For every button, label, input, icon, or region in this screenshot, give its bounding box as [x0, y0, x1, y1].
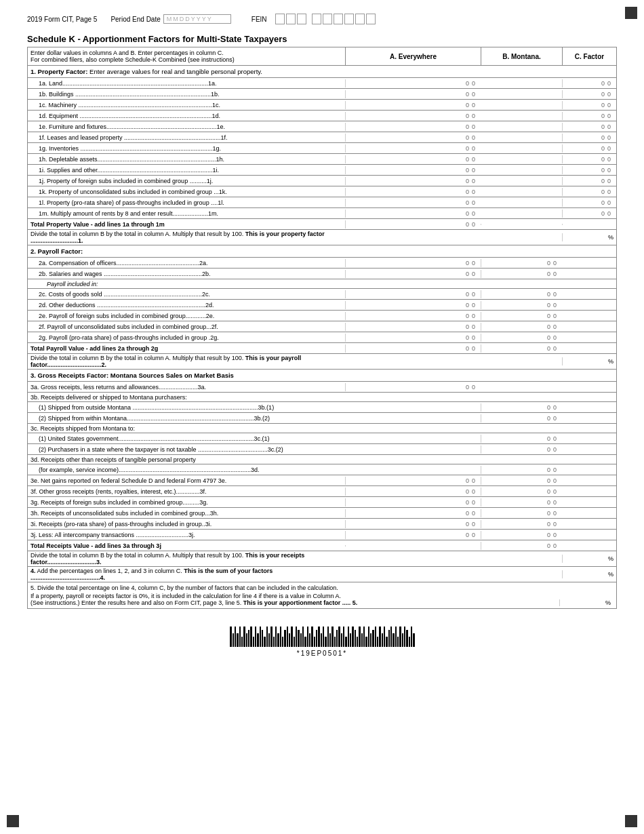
row-3b1: (1) Shipped from outside Montana .......…	[27, 402, 617, 413]
row-label: 1k. Property of unconsolidated subs incl…	[28, 188, 345, 196]
barcode-bar	[284, 630, 286, 647]
corner-mark-bottom-left	[7, 815, 19, 827]
section2-factor-note: Divide the total in column B by the tota…	[28, 354, 345, 369]
section4-text: 4. Add the percentages on lines 1, 2, an…	[28, 567, 345, 582]
row-c: 00	[562, 79, 616, 87]
section1-data-row: 1d. Equipment ..........................…	[27, 111, 617, 121]
row-3a-label: 3a. Gross receipts, less returns and all…	[28, 383, 345, 391]
row-3b-header-label: 3b. Receipts delivered or shipped to Mon…	[28, 393, 345, 401]
section1-total-b	[481, 224, 562, 225]
section1-data-row: 1k. Property of unconsolidated subs incl…	[27, 186, 617, 197]
section5-text3: (See instructions.) Enter the results he…	[31, 599, 559, 606]
barcode-bar	[316, 630, 317, 647]
barcode-bar	[384, 627, 385, 647]
barcode-bar	[323, 627, 324, 647]
fein-cell[interactable]	[286, 14, 296, 24]
barcode-bar	[370, 633, 371, 647]
row-label: 1m. Multiply amount of rents by 8 and en…	[28, 210, 345, 218]
barcode-bar	[296, 627, 297, 647]
col-instructions: Enter dollar values in columns A and B. …	[28, 47, 345, 65]
barcode-bar	[246, 633, 247, 647]
row-a: 00	[345, 290, 481, 298]
row-3a: 3a. Gross receipts, less returns and all…	[27, 382, 617, 393]
barcode-bar	[402, 633, 403, 647]
row-3b1-b: 00	[481, 403, 562, 412]
fein-cell[interactable]	[334, 14, 343, 24]
section3-total-label: Total Receipts Value - add lines 3a thro…	[28, 542, 345, 550]
row-label: 1d. Equipment ..........................…	[28, 112, 345, 120]
section1-data-row: 1e. Furniture and fixtures..............…	[27, 121, 617, 132]
row-b: 00	[481, 259, 562, 267]
barcode-bar	[300, 633, 302, 647]
fein-cell[interactable]	[297, 14, 306, 24]
row-a: 00	[345, 79, 481, 87]
barcode-bar	[368, 627, 369, 647]
barcode-bar	[399, 627, 401, 647]
section2-total-label: Total Payroll Value - add lines 2a throu…	[28, 344, 345, 353]
row-3b-header: 3b. Receipts delivered or shipped to Mon…	[27, 393, 617, 402]
row-label: 1e. Furniture and fixtures..............…	[28, 123, 345, 131]
section1-total-row: Total Property Value - add lines 1a thro…	[27, 219, 617, 230]
row-c: 00	[562, 101, 616, 109]
barcode-bar	[343, 627, 344, 647]
barcode-bar	[257, 633, 259, 647]
barcode-bar	[268, 633, 270, 647]
fein-cell[interactable]	[366, 14, 376, 24]
barcode-bar	[307, 627, 308, 647]
barcode-bar	[289, 633, 290, 647]
barcode-bar	[302, 627, 304, 647]
section1-data-row: 1g. Inventories ........................…	[27, 143, 617, 154]
period-label: Period End Date	[110, 16, 160, 23]
row-b: 00	[481, 488, 562, 496]
row-3c2-label: (2) Purchasers in a state where the taxp…	[28, 445, 345, 454]
barcode-bar	[393, 633, 395, 647]
barcode-bar	[361, 633, 363, 647]
col-a-header: A. Everywhere	[345, 47, 481, 65]
row-label: 2g. Payroll (pro-rata share) of pass-thr…	[28, 334, 345, 342]
fein-label: FEIN	[251, 16, 267, 23]
row-a: 00	[345, 520, 481, 528]
barcode-bar	[406, 630, 408, 647]
barcode-bar	[388, 630, 390, 647]
row-label: 3e. Net gains reported on federal Schedu…	[28, 477, 345, 485]
fein-cell[interactable]	[312, 14, 321, 24]
section2-top-row: 2a. Compensation of officers............…	[27, 258, 617, 269]
section5-pct: %	[559, 599, 613, 606]
barcode-area: *19EP0501*	[27, 620, 617, 657]
section3-more-row: 3h. Receipts of unconsolidated subs incl…	[27, 508, 617, 519]
row-a: 00	[345, 134, 481, 142]
row-label: 1a. Land................................…	[28, 79, 345, 87]
payroll-included-label: Payroll included in:	[28, 280, 345, 288]
barcode-bar	[329, 633, 331, 647]
row-b: 00	[481, 477, 562, 485]
row-b: 00	[481, 498, 562, 507]
barcode-bar	[294, 637, 295, 647]
barcode-bar	[266, 627, 268, 647]
section3-more-row: 3j. Less: All intercompany transactions …	[27, 530, 617, 540]
row-label: 2e. Payroll of foreign subs included in …	[28, 312, 345, 320]
row-a: 00	[345, 334, 481, 342]
section2-bottom-row: 2g. Payroll (pro-rata share) of pass-thr…	[27, 332, 617, 343]
barcode-bar	[250, 627, 252, 647]
barcode-bar	[331, 627, 334, 647]
section3-total-b: 00	[481, 542, 562, 550]
section2-total-a: 00	[345, 344, 481, 353]
barcode-bar	[321, 633, 322, 647]
fein-cell[interactable]	[275, 14, 285, 24]
period-date-input[interactable]: MMDDYYYY	[163, 14, 231, 24]
section2-bottom-row: 2c. Costs of goods sold ................…	[27, 289, 617, 300]
form-label: 2019 Form CIT, Page 5	[27, 16, 97, 23]
section1-total-c	[562, 224, 616, 225]
fein-cell[interactable]	[355, 14, 365, 24]
barcode-bar	[241, 637, 243, 647]
row-c: 00	[562, 210, 616, 218]
barcode-bar	[270, 627, 273, 647]
barcode-bar	[397, 637, 399, 647]
barcode-bar	[248, 630, 249, 647]
barcode-bar	[304, 637, 306, 647]
section1-total-label: Total Property Value - add lines 1a thro…	[28, 220, 345, 229]
fein-cell[interactable]	[323, 14, 332, 24]
fein-cell[interactable]	[344, 14, 354, 24]
section4-pct: %	[562, 570, 616, 578]
row-c: 00	[562, 112, 616, 120]
